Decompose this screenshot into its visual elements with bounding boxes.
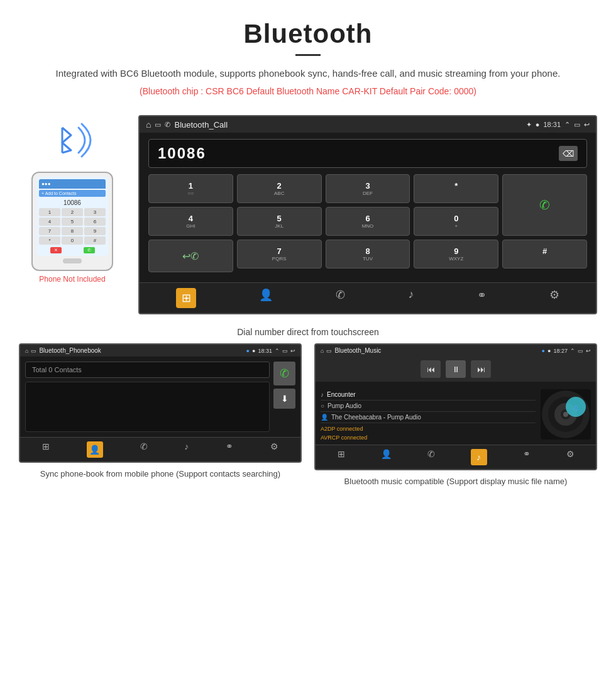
- bottom-section: ⌂ ▭ Bluetooth_Phonebook ● ● 18:31 ⌃ ▭ ↩ …: [0, 337, 616, 488]
- key-7[interactable]: 7 PQRS: [237, 240, 322, 268]
- ms-nav-settings[interactable]: ⚙: [566, 449, 575, 465]
- pb-nav-contacts[interactable]: 👤: [87, 441, 103, 458]
- key-2[interactable]: 2 ABC: [237, 174, 322, 203]
- music-card: ⌂ ▭ Bluetooth_Music ● ● 18:27 ⌃ ▭ ↩ ⏮ ⏸ …: [314, 343, 597, 488]
- contacts-list: [25, 382, 270, 432]
- bluetooth-specs: (Bluetooth chip : CSR BC6 Default Blueto…: [38, 86, 578, 96]
- pb-nav-music[interactable]: ♪: [184, 441, 189, 458]
- key-1[interactable]: 1 ○○: [148, 174, 233, 203]
- prev-button[interactable]: ⏮: [421, 360, 441, 378]
- ms-dot: ●: [547, 348, 551, 354]
- window-icon: ▭: [574, 121, 580, 129]
- music-caption-text: Bluetooth music compatible (Support disp…: [344, 477, 568, 486]
- phone-keypad: 123 456 789 *0#: [39, 208, 106, 245]
- pb-screen-icon: ▭: [31, 348, 36, 354]
- phone-call-button[interactable]: ✆: [273, 362, 295, 385]
- artist-icon: 👤: [321, 414, 328, 421]
- key-star[interactable]: *: [414, 174, 498, 203]
- contacts-search-input[interactable]: Total 0 Contacts: [25, 362, 270, 378]
- download-contacts-button[interactable]: ⬇: [273, 389, 295, 409]
- phone-add-contact: + Add to Contacts: [39, 190, 106, 197]
- bluetooth-icon-wrap: [44, 115, 101, 165]
- key-6[interactable]: 6 MNO: [326, 207, 410, 236]
- dialer-wrap: 10086 ⌫ 1 ○○ 2 ABC 3 DEF * ✆ 4 GHI 5 JKL…: [140, 133, 596, 279]
- a2dp-status: A2DP connected: [321, 426, 536, 432]
- key-9[interactable]: 9 WXYZ: [414, 240, 498, 268]
- key-hash[interactable]: #: [502, 240, 587, 268]
- ms-nav-music[interactable]: ♪: [471, 449, 487, 465]
- ms-nav-calls[interactable]: ✆: [427, 449, 435, 465]
- music-screen: ⌂ ▭ Bluetooth_Music ● ● 18:27 ⌃ ▭ ↩ ⏮ ⏸ …: [314, 343, 597, 470]
- back-icon: ↩: [584, 121, 590, 129]
- ms-back: ↩: [586, 348, 591, 354]
- nav-music-icon[interactable]: ♪: [409, 288, 414, 308]
- play-pause-button[interactable]: ⏸: [446, 360, 466, 378]
- music-track-row: ♪ Encounter: [321, 389, 536, 401]
- key-0[interactable]: 0 +: [414, 207, 498, 236]
- pb-topbar-title: Bluetooth_Phonebook: [39, 347, 101, 354]
- ms-nav-contacts[interactable]: 👤: [381, 449, 392, 465]
- vinyl-svg: ♫: [541, 389, 591, 440]
- bt-status-icon: ✦: [526, 121, 532, 129]
- pb-nav-dialpad[interactable]: ⊞: [42, 441, 50, 458]
- home-icon: ⌂: [146, 119, 151, 130]
- car-topbar-large: ⌂ ▭ ✆ Bluetooth_Call ✦ ● 18:31 ⌃ ▭ ↩: [140, 116, 596, 133]
- page-header: Bluetooth Integrated with BC6 Bluetooth …: [0, 0, 616, 115]
- pb-expand: ⌃: [275, 348, 280, 354]
- pb-nav-settings[interactable]: ⚙: [270, 441, 278, 458]
- pb-nav-link[interactable]: ⚭: [226, 441, 233, 458]
- page-description: Integrated with BC6 Bluetooth module, su…: [38, 66, 578, 81]
- key-8[interactable]: 8 TUV: [326, 240, 410, 268]
- music-text-info: ♪ Encounter ○ Pump Audio 👤 The Cheebacab…: [321, 389, 536, 441]
- backspace-button[interactable]: ⌫: [559, 146, 578, 161]
- ms-home-icon: ⌂: [321, 348, 324, 354]
- phonebook-caption-text: Sync phone-book from mobile phone (Suppo…: [40, 469, 280, 479]
- phone-not-included-label: Phone Not Included: [39, 275, 105, 284]
- ms-screen-icon: ▭: [326, 348, 332, 354]
- phone-mockup: ●●● + Add to Contacts 10086 123 456 789 …: [31, 172, 113, 271]
- bottom-nav-large: ⊞ 👤 ✆ ♪ ⚭ ⚙: [140, 282, 596, 313]
- caption-large: Dial number direct from touchscreen: [0, 327, 616, 337]
- phone-home-button: [63, 258, 82, 263]
- dialer-input[interactable]: 10086 ⌫: [148, 139, 587, 168]
- key-4[interactable]: 4 GHI: [148, 207, 233, 236]
- music-bottom-nav: ⊞ 👤 ✆ ♪ ⚭ ⚙: [316, 445, 596, 469]
- hangup-button[interactable]: ↩✆: [148, 240, 233, 272]
- nav-link-icon[interactable]: ⚭: [477, 288, 487, 308]
- ms-window: ▭: [578, 348, 583, 354]
- signal-icon: ●: [536, 121, 540, 128]
- pb-nav-calls[interactable]: ✆: [140, 441, 148, 458]
- phonebook-topbar: ⌂ ▭ Bluetooth_Phonebook ● ● 18:31 ⌃ ▭ ↩: [20, 345, 300, 357]
- svg-text:♫: ♫: [572, 402, 579, 412]
- pb-dot: ●: [252, 348, 255, 354]
- pb-bt-dot: ●: [246, 348, 250, 354]
- nav-contacts-icon[interactable]: 👤: [259, 288, 273, 308]
- key-3[interactable]: 3 DEF: [326, 174, 410, 203]
- phonebook-side-buttons: ✆ ⬇: [273, 362, 295, 432]
- music-artist-row: 👤 The Cheebacabra - Pump Audio: [321, 412, 536, 423]
- phonebook-bottom-nav: ⊞ 👤 ✆ ♪ ⚭ ⚙: [20, 437, 300, 462]
- bluetooth-signal-icon: [44, 115, 101, 165]
- ms-nav-dialpad[interactable]: ⊞: [338, 449, 345, 465]
- call-button[interactable]: ✆: [502, 174, 587, 236]
- keypad-grid: 1 ○○ 2 ABC 3 DEF * ✆ 4 GHI 5 JKL 6 MNO 0…: [148, 174, 587, 272]
- pb-back: ↩: [290, 348, 295, 354]
- phone-icon-top: ✆: [165, 121, 170, 129]
- artist-name: The Cheebacabra - Pump Audio: [331, 414, 421, 421]
- next-button[interactable]: ⏭: [471, 360, 491, 378]
- music-controls: ⏮ ⏸ ⏭: [316, 357, 596, 382]
- pb-home-icon: ⌂: [25, 348, 28, 354]
- vinyl-art: ♫: [541, 389, 591, 440]
- disc-icon: ○: [321, 402, 324, 409]
- car-screen-large: ⌂ ▭ ✆ Bluetooth_Call ✦ ● 18:31 ⌃ ▭ ↩ 100…: [138, 115, 597, 314]
- key-5[interactable]: 5 JKL: [237, 207, 322, 236]
- nav-call-history-icon[interactable]: ✆: [336, 288, 345, 308]
- ms-bt-dot: ●: [542, 348, 545, 354]
- nav-settings-icon[interactable]: ⚙: [549, 288, 559, 308]
- topbar-left: ⌂ ▭ ✆ Bluetooth_Call: [146, 119, 228, 130]
- ms-nav-link[interactable]: ⚭: [523, 449, 531, 465]
- nav-dialpad-icon[interactable]: ⊞: [176, 288, 196, 308]
- svg-point-5: [563, 412, 568, 417]
- expand-icon: ⌃: [564, 121, 570, 129]
- music-album-row: ○ Pump Audio: [321, 401, 536, 412]
